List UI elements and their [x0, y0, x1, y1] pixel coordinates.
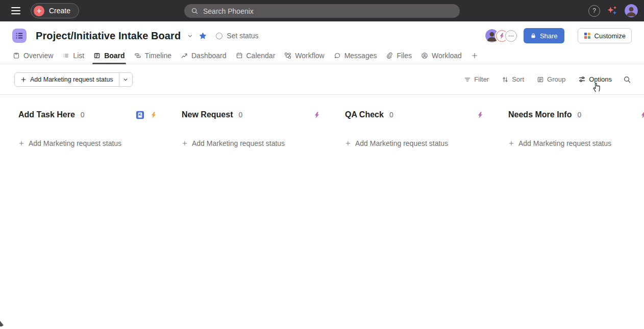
column-header-icons	[640, 111, 644, 119]
add-task-button[interactable]: Add Marketing request status	[182, 139, 285, 147]
share-button[interactable]: Share	[524, 28, 564, 43]
tab-list[interactable]: List	[58, 47, 89, 64]
add-status-button[interactable]: Add Marketing request status	[15, 73, 119, 86]
group-button[interactable]: Group	[533, 73, 569, 85]
messages-icon	[334, 52, 341, 59]
column-header-icons	[477, 111, 484, 119]
status-circle-icon	[216, 33, 222, 39]
tab-messages[interactable]: Messages	[329, 47, 382, 64]
plus-icon	[34, 6, 44, 16]
search-input[interactable]	[203, 7, 453, 15]
group-icon	[537, 76, 544, 83]
form-icon[interactable]	[136, 111, 144, 119]
add-tab-button[interactable]	[466, 47, 483, 64]
tab-label: Workload	[432, 52, 462, 60]
column-header[interactable]: QA Check0	[335, 107, 498, 122]
column-title: Add Task Here	[18, 110, 75, 119]
timeline-icon	[134, 52, 141, 59]
tab-dashboard[interactable]: Dashboard	[176, 47, 231, 64]
filter-icon	[464, 76, 471, 83]
tab-label: Overview	[23, 52, 53, 60]
bolt-gradient-icon[interactable]	[313, 111, 320, 119]
tab-timeline[interactable]: Timeline	[130, 47, 176, 64]
tab-workflow[interactable]: Workflow	[280, 47, 329, 64]
column-header[interactable]: Add Task Here0	[8, 107, 171, 122]
help-button[interactable]: ?	[588, 5, 600, 17]
plus-icon	[345, 140, 351, 146]
sort-button[interactable]: Sort	[498, 73, 528, 85]
customize-grid-icon	[584, 32, 591, 39]
column-header[interactable]: Needs More Info0	[498, 107, 644, 122]
board-search-button[interactable]	[621, 73, 634, 86]
filter-button[interactable]: Filter	[460, 73, 493, 85]
ai-sparkles-button[interactable]	[607, 5, 618, 16]
bolt-gradient-icon[interactable]	[640, 111, 644, 119]
tab-label: Timeline	[145, 52, 171, 60]
top-bar: Create ?	[0, 0, 644, 21]
options-sliders-icon	[578, 75, 586, 83]
add-task-button[interactable]: Add Marketing request status	[345, 139, 448, 147]
title-chevron-down-icon[interactable]	[187, 33, 193, 39]
plus-icon	[182, 140, 188, 146]
bolt-amber-icon[interactable]	[150, 111, 157, 119]
board-toolbar: Add Marketing request status Filter Sort…	[0, 64, 644, 95]
user-avatar[interactable]	[625, 4, 638, 17]
favorite-star-button[interactable]	[199, 32, 207, 40]
tab-workload[interactable]: Workload	[416, 47, 466, 64]
workflow-icon	[284, 52, 291, 59]
sort-button-label: Sort	[512, 75, 524, 83]
add-status-split-button: Add Marketing request status	[14, 72, 133, 87]
tab-bar: OverviewListBoardTimelineDashboardCalend…	[0, 47, 644, 64]
add-task-label: Add Marketing request status	[192, 139, 285, 147]
group-button-label: Group	[547, 75, 565, 83]
view-controls: Filter Sort Group Options	[460, 73, 634, 86]
create-button-label: Create	[49, 7, 70, 15]
options-button-label: Options	[589, 75, 612, 83]
global-search[interactable]	[184, 4, 460, 18]
tab-calendar[interactable]: Calendar	[231, 47, 280, 64]
tab-label: Files	[397, 52, 412, 60]
topbar-actions: ?	[588, 4, 638, 17]
tab-label: Board	[104, 52, 125, 60]
tab-board[interactable]: Board	[89, 47, 129, 64]
board-column-new-request: New Request0Add Marketing request status	[171, 107, 335, 148]
customize-button[interactable]: Customize	[578, 28, 632, 43]
sidebar-toggle-button[interactable]	[7, 2, 24, 19]
create-button[interactable]: Create	[31, 3, 79, 18]
set-status-button[interactable]: Set status	[216, 32, 258, 40]
lock-icon	[530, 33, 536, 39]
chevron-down-icon	[123, 77, 128, 82]
more-members-button[interactable]	[505, 30, 517, 42]
clipboard-icon	[13, 52, 20, 59]
add-task-button[interactable]: Add Marketing request status	[18, 139, 121, 147]
column-task-count: 0	[238, 111, 242, 119]
board-column-qa-check: QA Check0Add Marketing request status	[335, 107, 498, 148]
search-icon	[623, 75, 631, 84]
bolt-gradient-icon[interactable]	[477, 111, 484, 119]
partial-cursor-artifact	[0, 321, 4, 326]
add-status-dropdown-button[interactable]	[119, 73, 132, 86]
star-icon	[199, 32, 207, 40]
column-title: Needs More Info	[508, 110, 572, 119]
plus-icon	[471, 52, 478, 59]
workload-icon	[421, 52, 428, 59]
tab-overview[interactable]: Overview	[8, 47, 58, 64]
add-task-button[interactable]: Add Marketing request status	[508, 139, 611, 147]
column-task-count: 0	[389, 111, 393, 119]
tab-files[interactable]: Files	[381, 47, 416, 64]
column-header[interactable]: New Request0	[171, 107, 335, 122]
column-task-count: 0	[577, 111, 581, 119]
tab-label: Calendar	[246, 52, 276, 60]
list-icon	[62, 52, 69, 59]
tab-label: Messages	[344, 52, 377, 60]
ai-sparkles-icon	[607, 5, 618, 16]
header-actions: Share Customize	[485, 28, 632, 43]
plus-icon	[20, 77, 27, 83]
options-button[interactable]: Options	[574, 73, 616, 85]
project-icon[interactable]	[12, 29, 27, 43]
set-status-label: Set status	[227, 32, 258, 40]
column-title: New Request	[182, 110, 233, 119]
tab-label: Dashboard	[191, 52, 227, 60]
share-button-label: Share	[540, 32, 558, 40]
add-task-label: Add Marketing request status	[355, 139, 448, 147]
